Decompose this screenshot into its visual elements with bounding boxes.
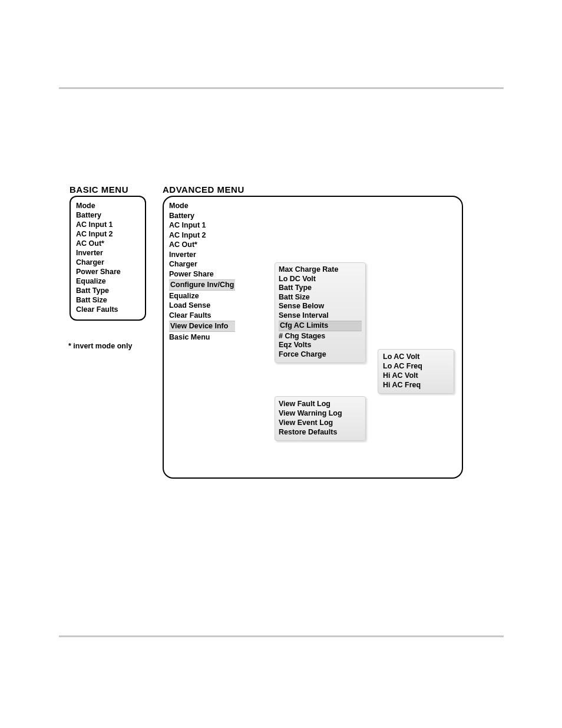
advanced-menu-item[interactable]: Inverter: [169, 250, 235, 260]
submenu-item[interactable]: Batt Type: [279, 284, 362, 293]
submenu-item[interactable]: Lo AC Freq: [383, 361, 449, 371]
submenu-item[interactable]: Force Charge: [279, 350, 362, 360]
basic-menu-heading: BASIC MENU: [70, 185, 128, 195]
basic-menu-item[interactable]: Batt Size: [76, 295, 140, 305]
advanced-menu-item[interactable]: AC Input 1: [169, 220, 235, 230]
cfg-ac-limits-submenu: Lo AC Volt Lo AC Freq Hi AC Volt Hi AC F…: [378, 349, 454, 394]
basic-menu-item[interactable]: Clear Faults: [76, 305, 140, 314]
submenu-item[interactable]: Lo AC Volt: [383, 352, 449, 361]
submenu-item[interactable]: View Fault Log: [279, 399, 362, 409]
advanced-menu-item-configure-invchg[interactable]: Configure Inv/Chg: [169, 279, 235, 291]
basic-menu-item[interactable]: Battery: [76, 210, 140, 220]
submenu-item[interactable]: View Event Log: [279, 418, 362, 427]
configure-invchg-submenu: Max Charge Rate Lo DC Volt Batt Type Bat…: [275, 262, 366, 363]
submenu-item[interactable]: # Chg Stages: [279, 332, 362, 341]
advanced-menu-item[interactable]: Power Share: [169, 269, 235, 279]
submenu-item[interactable]: Max Charge Rate: [279, 265, 362, 275]
basic-menu-item[interactable]: AC Out*: [76, 239, 140, 248]
basic-menu-item[interactable]: Power Share: [76, 267, 140, 276]
advanced-menu-item-view-device-info[interactable]: View Device Info: [169, 321, 235, 332]
submenu-item[interactable]: Hi AC Volt: [383, 371, 449, 380]
top-rule: [59, 87, 504, 89]
basic-menu-item[interactable]: Batt Type: [76, 286, 140, 295]
basic-menu-item[interactable]: AC Input 2: [76, 229, 140, 239]
basic-menu-item[interactable]: Equalize: [76, 276, 140, 286]
bottom-rule: [59, 635, 504, 637]
advanced-menu-item[interactable]: AC Out*: [169, 240, 235, 250]
basic-menu-panel: Mode Battery AC Input 1 AC Input 2 AC Ou…: [70, 196, 146, 321]
submenu-item[interactable]: Restore Defaults: [279, 427, 362, 437]
advanced-menu-heading: ADVANCED MENU: [163, 185, 244, 195]
page: BASIC MENU ADVANCED MENU Mode Battery AC…: [0, 0, 562, 728]
basic-menu-item[interactable]: Mode: [76, 201, 140, 210]
advanced-menu-item[interactable]: Battery: [169, 211, 235, 221]
advanced-menu-item[interactable]: Mode: [169, 201, 235, 211]
submenu-item[interactable]: Sense Below: [279, 302, 362, 311]
submenu-item[interactable]: Eqz Volts: [279, 341, 362, 350]
footnote: * invert mode only: [68, 342, 132, 350]
submenu-item[interactable]: Hi AC Freq: [383, 380, 449, 390]
advanced-menu-item[interactable]: Basic Menu: [169, 332, 235, 342]
view-device-info-submenu: View Fault Log View Warning Log View Eve…: [275, 396, 366, 441]
submenu-item[interactable]: Lo DC Volt: [279, 275, 362, 284]
submenu-item[interactable]: Sense Interval: [279, 311, 362, 321]
basic-menu-item[interactable]: Inverter: [76, 248, 140, 258]
advanced-menu-item[interactable]: Charger: [169, 259, 235, 269]
advanced-menu-item[interactable]: Clear Faults: [169, 311, 235, 321]
submenu-item-cfg-ac-limits[interactable]: Cfg AC Limits: [279, 321, 362, 331]
advanced-menu-item[interactable]: AC Input 2: [169, 230, 235, 241]
advanced-menu-item[interactable]: Equalize: [169, 291, 235, 301]
submenu-item[interactable]: View Warning Log: [279, 409, 362, 418]
basic-menu-item[interactable]: Charger: [76, 258, 140, 267]
advanced-menu-item[interactable]: Load Sense: [169, 301, 235, 311]
basic-menu-item[interactable]: AC Input 1: [76, 220, 140, 229]
submenu-item[interactable]: Batt Size: [279, 293, 362, 302]
advanced-menu-list: Mode Battery AC Input 1 AC Input 2 AC Ou…: [169, 201, 235, 342]
